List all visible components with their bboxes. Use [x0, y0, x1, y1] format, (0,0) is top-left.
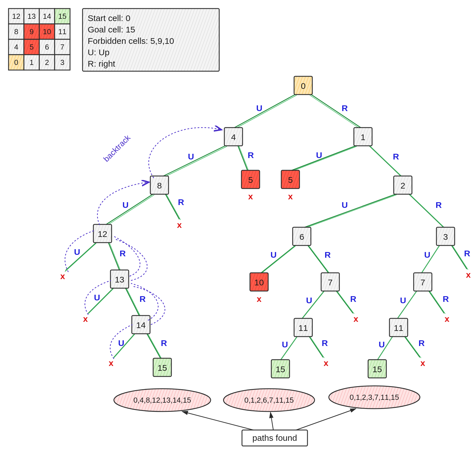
xmark-icon: x: [248, 192, 253, 201]
svg-line-49: [108, 242, 120, 271]
svg-line-77: [309, 336, 323, 357]
svg-line-27: [233, 94, 296, 128]
grid-row: 4 5 6 7: [9, 39, 70, 55]
edge-label: U: [256, 103, 262, 113]
edge-label: R: [139, 294, 146, 304]
edge-label: U: [94, 293, 100, 302]
svg-line-50: [109, 243, 121, 271]
grid-row: 12 13 14 15: [9, 9, 70, 24]
xmark-icon: x: [466, 270, 471, 279]
edge-label: R: [178, 197, 184, 207]
edge-label: R: [393, 152, 399, 161]
edge-label: R: [248, 150, 254, 160]
grid-cell-label: 5: [30, 43, 34, 51]
xmark-icon: x: [257, 294, 262, 304]
svg-line-68: [397, 292, 416, 320]
edge-label: R: [436, 200, 442, 210]
grid-cell-label: 12: [12, 12, 20, 21]
xmark-icon: x: [177, 220, 182, 230]
svg-line-39: [105, 194, 154, 225]
xmark-icon: x: [109, 358, 114, 368]
grid-cell-label: 11: [58, 27, 67, 36]
grid-row: 0 1 2 3: [9, 55, 70, 70]
xmark-icon: x: [83, 314, 88, 324]
edge-label: U: [379, 340, 385, 349]
tree-node: 4: [224, 128, 243, 146]
svg-line-61: [125, 288, 139, 316]
edge-label: U: [122, 200, 129, 210]
path-oval: 0,1,2,6,7,11,15: [244, 396, 294, 404]
svg-line-81: [404, 336, 420, 357]
edge-label: R: [418, 338, 425, 348]
xmark-icon: x: [324, 358, 329, 368]
tree-node-goal: 15: [153, 358, 171, 376]
grid-cell-label: 6: [45, 43, 49, 51]
tree-node: 13: [110, 270, 129, 288]
tree-edges: U R U R U R U R x U R: [60, 94, 471, 368]
svg-line-60: [88, 289, 113, 314]
tree-node: 3: [436, 227, 455, 245]
tree-node: 7: [414, 273, 432, 291]
svg-line-54: [309, 245, 330, 274]
edge-label: U: [424, 250, 430, 259]
tree-node: 1: [354, 128, 372, 146]
svg-line-41: [165, 194, 179, 219]
tree-node-forbidden: 5: [241, 170, 260, 189]
svg-text:0: 0: [301, 81, 306, 91]
edge-label: U: [400, 296, 406, 305]
legend-line: U: Up: [88, 48, 110, 57]
edge-label: R: [464, 249, 470, 258]
legend-line: Forbidden cells: 5,9,10: [88, 36, 174, 46]
svg-line-31: [162, 145, 226, 177]
svg-line-64: [301, 292, 324, 320]
svg-line-44: [303, 195, 397, 229]
edge-label: U: [118, 338, 124, 348]
backtrack-label: backtrack: [102, 133, 132, 163]
svg-line-40: [106, 195, 154, 226]
svg-text:10: 10: [254, 278, 264, 287]
svg-text:1: 1: [361, 132, 366, 142]
tree-node-goal: 15: [271, 360, 290, 378]
svg-text:7: 7: [328, 278, 333, 287]
xmark-icon: x: [445, 314, 450, 324]
svg-line-32: [163, 146, 227, 178]
edge-label: R: [120, 249, 126, 258]
svg-line-52: [260, 246, 296, 275]
grid-cell-label: 4: [14, 43, 18, 51]
svg-text:8: 8: [157, 181, 162, 190]
edge-label: R: [350, 294, 356, 304]
svg-line-33: [238, 145, 248, 171]
tree-node: 11: [294, 318, 312, 337]
grid-cell-label: 8: [14, 27, 18, 36]
edge-label: U: [270, 250, 277, 259]
xmark-icon: x: [60, 271, 65, 281]
edge-label: U: [306, 296, 312, 305]
svg-text:15: 15: [157, 363, 167, 372]
xmark-icon: x: [420, 358, 425, 368]
svg-line-62: [126, 288, 141, 317]
svg-line-34: [239, 146, 249, 171]
tree-node: 2: [394, 176, 412, 194]
svg-text:5: 5: [248, 175, 253, 185]
tree-node: 11: [389, 318, 408, 337]
legend-line: Start cell: 0: [88, 13, 130, 23]
svg-text:14: 14: [136, 320, 145, 330]
grid-cell-label: 15: [58, 12, 67, 21]
svg-line-71: [114, 333, 135, 357]
svg-line-38: [370, 146, 403, 177]
svg-text:12: 12: [98, 229, 107, 239]
grid-cell-label: 13: [28, 12, 36, 21]
edge-label: U: [316, 150, 322, 160]
edge-label: R: [161, 338, 167, 348]
grid-cell-label: 9: [30, 27, 34, 36]
tree-node-goal: 15: [368, 360, 386, 378]
svg-line-51: [260, 245, 296, 273]
svg-line-45: [409, 194, 444, 228]
svg-line-43: [303, 194, 397, 228]
edge-label: R: [342, 103, 348, 113]
svg-text:11: 11: [394, 323, 403, 333]
svg-text:15: 15: [276, 365, 285, 374]
xmark-icon: x: [288, 192, 293, 201]
xmark-icon: x: [354, 314, 358, 324]
path-oval: 0,4,8,12,13,14,15: [134, 396, 191, 404]
